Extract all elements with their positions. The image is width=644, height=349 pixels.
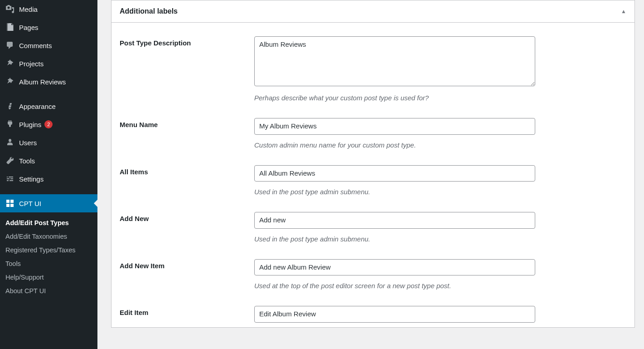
admin-sidebar: Media Pages Comments Projects Album Revi… — [0, 0, 97, 349]
sidebar-item-projects[interactable]: Projects — [0, 54, 97, 73]
sidebar-item-cpt-ui[interactable]: CPT UI — [0, 194, 97, 212]
field-hint: Used at the top of the post editor scree… — [254, 282, 535, 290]
field-row-post-type-description: Post Type Description Album Reviews Perh… — [120, 36, 626, 102]
sidebar-item-label: Pages — [19, 24, 39, 31]
main-content: Additional labels ▲ Post Type Descriptio… — [97, 0, 644, 349]
users-icon — [5, 138, 15, 147]
sidebar-item-label: Users — [19, 139, 37, 147]
field-label: Add New — [120, 212, 254, 222]
panel-header[interactable]: Additional labels ▲ — [111, 0, 634, 23]
sidebar-item-label: CPT UI — [19, 200, 41, 207]
field-row-add-new: Add New Used in the post type admin subm… — [120, 212, 626, 243]
grid-icon — [5, 199, 15, 208]
pin-icon — [5, 59, 15, 68]
wrench-icon — [5, 156, 15, 165]
submenu-item-tools[interactable]: Tools — [0, 257, 97, 270]
pages-icon — [5, 23, 15, 32]
panel-title: Additional labels — [120, 7, 178, 15]
field-row-add-new-item: Add New Item Used at the top of the post… — [120, 259, 626, 290]
sidebar-separator — [0, 188, 97, 194]
all-items-input[interactable] — [254, 165, 535, 182]
field-row-edit-item: Edit Item — [120, 306, 626, 323]
sidebar-item-label: Media — [19, 5, 38, 13]
pin-icon — [5, 77, 15, 86]
field-wrap: Used in the post type admin submenu. — [254, 212, 535, 243]
additional-labels-panel: Additional labels ▲ Post Type Descriptio… — [111, 0, 635, 328]
field-wrap: Album Reviews Perhaps describe what your… — [254, 36, 535, 102]
add-new-item-input[interactable] — [254, 259, 535, 276]
field-label: Edit Item — [120, 306, 254, 316]
sidebar-separator — [0, 91, 97, 97]
sidebar-item-appearance[interactable]: Appearance — [0, 97, 97, 115]
menu-name-input[interactable] — [254, 118, 535, 135]
field-label: Post Type Description — [120, 36, 254, 47]
cpt-ui-submenu: Add/Edit Post Types Add/Edit Taxonomies … — [0, 212, 97, 301]
sidebar-item-label: Comments — [19, 42, 52, 49]
panel-body: Post Type Description Album Reviews Perh… — [111, 23, 634, 327]
svg-rect-2 — [6, 204, 10, 207]
field-wrap: Used at the top of the post editor scree… — [254, 259, 535, 290]
sidebar-item-label: Projects — [19, 60, 44, 68]
svg-rect-3 — [10, 204, 14, 207]
collapse-icon[interactable]: ▲ — [621, 8, 626, 15]
field-wrap — [254, 306, 535, 323]
sidebar-item-plugins[interactable]: Plugins 2 — [0, 115, 97, 133]
sidebar-item-settings[interactable]: Settings — [0, 170, 97, 188]
svg-rect-0 — [6, 200, 10, 203]
field-wrap: Used in the post type admin submenu. — [254, 165, 535, 196]
sidebar-item-label: Appearance — [19, 103, 56, 110]
field-wrap: Custom admin menu name for your custom p… — [254, 118, 535, 149]
field-row-all-items: All Items Used in the post type admin su… — [120, 165, 626, 196]
field-label: Menu Name — [120, 118, 254, 128]
sidebar-item-label: Album Reviews — [19, 78, 66, 86]
comments-icon — [5, 41, 15, 50]
sidebar-item-label: Settings — [19, 175, 44, 183]
sidebar-item-media[interactable]: Media — [0, 0, 97, 18]
field-hint: Custom admin menu name for your custom p… — [254, 141, 535, 149]
sidebar-item-label: Tools — [19, 157, 35, 165]
submenu-item-about-cpt-ui[interactable]: About CPT UI — [0, 284, 97, 298]
post-type-description-textarea[interactable]: Album Reviews — [254, 36, 535, 86]
sidebar-item-pages[interactable]: Pages — [0, 18, 97, 36]
brush-icon — [5, 102, 15, 111]
sidebar-item-comments[interactable]: Comments — [0, 36, 97, 54]
sidebar-item-users[interactable]: Users — [0, 133, 97, 152]
add-new-input[interactable] — [254, 212, 535, 229]
sidebar-item-album-reviews[interactable]: Album Reviews — [0, 73, 97, 91]
submenu-item-registered-types-taxes[interactable]: Registered Types/Taxes — [0, 243, 97, 257]
sliders-icon — [5, 174, 15, 183]
submenu-item-help-support[interactable]: Help/Support — [0, 270, 97, 284]
plugins-update-badge: 2 — [44, 120, 53, 128]
sidebar-item-label: Plugins — [19, 121, 41, 128]
svg-rect-1 — [10, 200, 14, 203]
submenu-item-add-edit-post-types[interactable]: Add/Edit Post Types — [0, 216, 97, 230]
field-label: Add New Item — [120, 259, 254, 270]
field-hint: Used in the post type admin submenu. — [254, 235, 535, 243]
field-hint: Used in the post type admin submenu. — [254, 188, 535, 196]
edit-item-input[interactable] — [254, 306, 535, 323]
submenu-item-add-edit-taxonomies[interactable]: Add/Edit Taxonomies — [0, 230, 97, 243]
media-icon — [5, 5, 15, 14]
field-hint: Perhaps describe what your custom post t… — [254, 94, 535, 102]
field-label: All Items — [120, 165, 254, 176]
field-row-menu-name: Menu Name Custom admin menu name for you… — [120, 118, 626, 149]
sidebar-item-tools[interactable]: Tools — [0, 152, 97, 170]
plug-icon — [5, 120, 15, 129]
